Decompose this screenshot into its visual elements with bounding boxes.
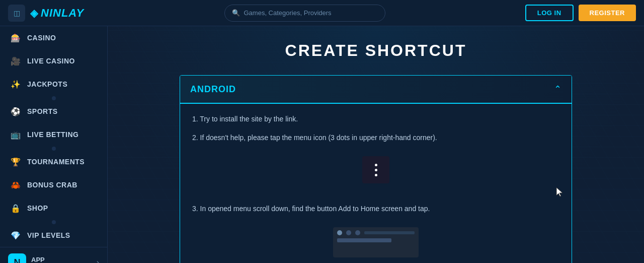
preview-dot-3	[355, 230, 360, 235]
sidebar-item-sports[interactable]: ⚽ SPORTS	[0, 100, 107, 123]
app-text: APP Install And Play	[31, 256, 92, 264]
live-betting-icon: 📺	[10, 129, 21, 140]
app-title: APP	[31, 256, 92, 264]
sports-icon: ⚽	[10, 106, 21, 117]
sidebar-item-vip-levels[interactable]: 💎 VIP LEVELS	[0, 224, 107, 247]
sidebar-label-vip-levels: VIP LEVELS	[27, 231, 70, 239]
sidebar-label-sports: SPORTS	[27, 107, 58, 115]
step1-text: 1. Try to install the site by the link.	[192, 114, 559, 124]
login-button[interactable]: LOG IN	[525, 5, 574, 21]
preview-row-1	[337, 230, 415, 235]
logo[interactable]: ◈ NINLAY	[30, 7, 84, 20]
sidebar-item-shop[interactable]: 🔒 SHOP	[0, 196, 107, 220]
sidebar-toggle-icon: ◫	[14, 10, 20, 17]
logo-icon: ◈	[30, 7, 38, 19]
preview-text-line	[337, 238, 391, 242]
main-content: CREATE SHORTCUT ANDROID ⌃ 1. Try to inst…	[108, 26, 644, 263]
shop-icon: 🔒	[10, 203, 21, 214]
header-right: LOG IN REGISTER	[525, 5, 636, 21]
step2-text: 2. If doesn't help, please tap the menu …	[192, 133, 559, 143]
live-casino-icon: 🎥	[10, 55, 21, 67]
sidebar-label-live-betting: LIVE BETTING	[27, 130, 78, 139]
sidebar-item-casino[interactable]: 🎰 CASINO	[0, 26, 107, 49]
sidebar-item-tournaments[interactable]: 🏆 TOURNAMENTS	[0, 150, 107, 173]
sidebar-label-jackpots: JACKPOTS	[27, 80, 67, 88]
app-banner[interactable]: N APP Install And Play ›	[0, 247, 107, 263]
android-accordion-header[interactable]: ANDROID ⌃	[180, 76, 572, 104]
sidebar: 🎰 CASINO 🎥 LIVE CASINO ✨ JACKPOTS ⚽ SPOR…	[0, 26, 108, 263]
three-dots-menu-icon	[362, 156, 389, 183]
preview-dot-2	[346, 230, 351, 235]
vip-levels-icon: 💎	[10, 230, 21, 241]
logo-text: NINLAY	[41, 7, 84, 20]
sidebar-label-tournaments: TOURNAMENTS	[27, 158, 85, 166]
dot-3	[375, 174, 377, 176]
sidebar-item-live-casino[interactable]: 🎥 LIVE CASINO	[0, 49, 107, 73]
screenshot-preview	[333, 227, 419, 257]
page-title: CREATE SHORTCUT	[180, 41, 572, 60]
header-left: ◫ ◈ NINLAY	[8, 5, 84, 22]
sidebar-item-bonus-crab[interactable]: 🦀 BONUS CRAB	[0, 173, 107, 196]
sidebar-toggle-button[interactable]: ◫	[8, 5, 25, 22]
android-accordion-body: 1. Try to install the site by the link. …	[180, 104, 572, 263]
sidebar-item-jackpots[interactable]: ✨ JACKPOTS	[0, 73, 107, 96]
screenshot-preview-wrapper	[192, 222, 559, 257]
sidebar-label-shop: SHOP	[27, 204, 48, 212]
register-button[interactable]: REGISTER	[579, 5, 636, 21]
preview-line-1	[364, 231, 415, 234]
android-accordion-title: ANDROID	[190, 84, 236, 95]
dot-1	[375, 164, 377, 166]
cursor-icon	[555, 186, 566, 199]
preview-dot-1	[337, 230, 342, 235]
step3-text: 3. In opened menu scroll down, find the …	[192, 204, 559, 214]
search-placeholder-text: Games, Categories, Providers	[244, 9, 332, 17]
casino-icon: 🎰	[10, 32, 21, 43]
content-inner: CREATE SHORTCUT ANDROID ⌃ 1. Try to inst…	[180, 41, 572, 263]
sidebar-item-live-betting[interactable]: 📺 LIVE BETTING	[0, 123, 107, 146]
accordion-chevron-icon: ⌃	[554, 84, 561, 95]
app-arrow-icon: ›	[97, 258, 99, 263]
dot-2	[375, 169, 377, 171]
header-center: 🔍 Games, Categories, Providers	[84, 5, 525, 22]
sidebar-label-live-casino: LIVE CASINO	[27, 57, 75, 65]
search-icon: 🔍	[232, 9, 240, 17]
header: ◫ ◈ NINLAY 🔍 Games, Categories, Provider…	[0, 0, 644, 26]
sidebar-label-bonus-crab: BONUS CRAB	[27, 181, 77, 189]
menu-icon-wrapper	[192, 151, 559, 193]
app-logo-icon: N	[8, 253, 26, 263]
sidebar-label-casino: CASINO	[27, 34, 56, 42]
jackpots-icon: ✨	[10, 79, 21, 90]
android-accordion: ANDROID ⌃ 1. Try to install the site by …	[180, 75, 572, 263]
search-bar[interactable]: 🔍 Games, Categories, Providers	[224, 5, 385, 22]
body-wrap: 🎰 CASINO 🎥 LIVE CASINO ✨ JACKPOTS ⚽ SPOR…	[0, 26, 644, 263]
bonus-crab-icon: 🦀	[10, 179, 21, 190]
tournaments-icon: 🏆	[10, 156, 21, 167]
